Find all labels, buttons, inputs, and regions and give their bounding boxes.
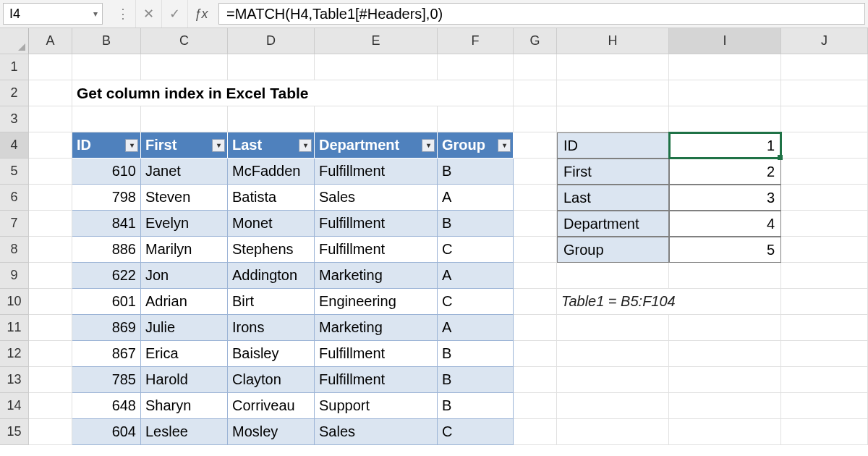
table-cell[interactable]: 601 [72, 289, 141, 315]
table-cell[interactable]: 785 [72, 367, 141, 393]
table-cell[interactable]: B [438, 393, 514, 419]
cell[interactable] [557, 419, 669, 445]
cell[interactable] [438, 54, 514, 80]
table-cell[interactable]: Steven [141, 185, 228, 211]
table-cell[interactable]: Clayton [228, 367, 315, 393]
cell[interactable] [315, 54, 438, 80]
table-cell[interactable]: Monet [228, 211, 315, 237]
table-cell[interactable]: Support [315, 393, 438, 419]
cell[interactable] [29, 289, 72, 315]
page-title[interactable]: Get column index in Excel Table [72, 80, 514, 106]
table-cell[interactable]: 869 [72, 315, 141, 341]
cell[interactable] [514, 341, 557, 367]
cell[interactable] [781, 80, 868, 106]
cell[interactable] [228, 106, 315, 132]
col-header-J[interactable]: J [781, 28, 868, 54]
cell[interactable] [29, 54, 72, 80]
cell[interactable] [29, 419, 72, 445]
filter-icon[interactable]: ▾ [422, 139, 435, 152]
table-cell[interactable]: A [438, 315, 514, 341]
table-cell[interactable]: Marketing [315, 315, 438, 341]
lookup-label[interactable]: Last [557, 185, 669, 211]
enter-icon[interactable]: ✓ [162, 0, 188, 28]
table-cell[interactable]: Erica [141, 341, 228, 367]
cell[interactable] [781, 393, 868, 419]
lookup-value[interactable]: 3 [669, 185, 781, 211]
table-cell[interactable]: Jon [141, 263, 228, 289]
row-header-11[interactable]: 11 [0, 315, 29, 341]
filter-icon[interactable]: ▾ [212, 139, 225, 152]
row-header-8[interactable]: 8 [0, 237, 29, 263]
table-cell[interactable]: C [438, 237, 514, 263]
table-cell[interactable]: C [438, 419, 514, 445]
cell[interactable] [514, 159, 557, 185]
table-cell[interactable]: Sales [315, 419, 438, 445]
table-cell[interactable]: Mosley [228, 419, 315, 445]
table-header-first[interactable]: First▾ [141, 132, 228, 159]
cell[interactable] [228, 54, 315, 80]
cell[interactable] [781, 237, 868, 263]
row-header-12[interactable]: 12 [0, 341, 29, 367]
row-header-13[interactable]: 13 [0, 367, 29, 393]
row-header-2[interactable]: 2 [0, 80, 29, 106]
table-cell[interactable]: Fulfillment [315, 159, 438, 185]
formula-input[interactable]: =MATCH(H4,Table1[#Headers],0) [218, 3, 865, 25]
table-cell[interactable]: 622 [72, 263, 141, 289]
cell[interactable] [557, 80, 669, 106]
fx-icon[interactable]: ƒx [188, 0, 214, 28]
active-cell[interactable]: 1 [669, 132, 781, 159]
cell[interactable] [141, 106, 228, 132]
cell[interactable] [29, 367, 72, 393]
cell[interactable] [514, 315, 557, 341]
cell[interactable] [514, 211, 557, 237]
cell[interactable] [29, 132, 72, 159]
cell[interactable] [781, 315, 868, 341]
table-cell[interactable]: B [438, 367, 514, 393]
table-cell[interactable]: Marketing [315, 263, 438, 289]
cell[interactable] [669, 54, 781, 80]
table-cell[interactable]: Sharyn [141, 393, 228, 419]
table-cell[interactable]: 798 [72, 185, 141, 211]
row-header-15[interactable]: 15 [0, 419, 29, 445]
cell[interactable] [557, 393, 669, 419]
col-header-A[interactable]: A [29, 28, 72, 54]
table-cell[interactable]: Leslee [141, 419, 228, 445]
table-cell[interactable]: Fulfillment [315, 341, 438, 367]
col-header-E[interactable]: E [315, 28, 438, 54]
table-cell[interactable]: 841 [72, 211, 141, 237]
table-cell[interactable]: Marilyn [141, 237, 228, 263]
table-cell[interactable]: Baisley [228, 341, 315, 367]
row-header-10[interactable]: 10 [0, 289, 29, 315]
table-cell[interactable]: B [438, 211, 514, 237]
lookup-label[interactable]: First [557, 159, 669, 185]
table-header-group[interactable]: Group▾ [438, 132, 514, 159]
col-header-C[interactable]: C [141, 28, 228, 54]
row-header-14[interactable]: 14 [0, 393, 29, 419]
cell[interactable] [557, 367, 669, 393]
cell[interactable] [781, 367, 868, 393]
cell[interactable] [781, 263, 868, 289]
table-cell[interactable]: 604 [72, 419, 141, 445]
table-header-last[interactable]: Last▾ [228, 132, 315, 159]
cell[interactable] [29, 263, 72, 289]
table-cell[interactable]: Corriveau [228, 393, 315, 419]
cell[interactable] [514, 132, 557, 159]
cell[interactable] [514, 419, 557, 445]
table-cell[interactable]: Batista [228, 185, 315, 211]
filter-icon[interactable]: ▾ [299, 139, 312, 152]
table-cell[interactable]: Evelyn [141, 211, 228, 237]
table-cell[interactable]: Harold [141, 367, 228, 393]
cell[interactable] [514, 237, 557, 263]
cell[interactable] [514, 106, 557, 132]
table-cell[interactable]: C [438, 289, 514, 315]
cell[interactable] [669, 419, 781, 445]
cell[interactable] [781, 54, 868, 80]
cell[interactable] [781, 341, 868, 367]
select-all-corner[interactable] [0, 28, 29, 54]
table-cell[interactable]: Fulfillment [315, 237, 438, 263]
cell[interactable] [669, 393, 781, 419]
table-header-department[interactable]: Department▾ [315, 132, 438, 159]
col-header-I[interactable]: I [669, 28, 781, 54]
cell[interactable] [669, 341, 781, 367]
table-cell[interactable]: 867 [72, 341, 141, 367]
